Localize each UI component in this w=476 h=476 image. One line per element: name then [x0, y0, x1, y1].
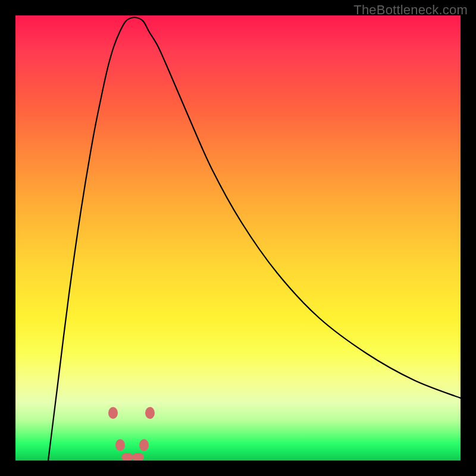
curve-marker: [108, 407, 118, 419]
bottleneck-curve: [15, 15, 461, 461]
curve-path: [48, 17, 461, 461]
chart-plot-area: [15, 15, 461, 461]
curve-marker: [139, 439, 149, 451]
curve-marker: [121, 453, 133, 461]
curve-marker: [145, 407, 155, 419]
curve-marker: [132, 453, 144, 461]
curve-markers: [108, 407, 155, 461]
curve-marker: [115, 439, 125, 451]
